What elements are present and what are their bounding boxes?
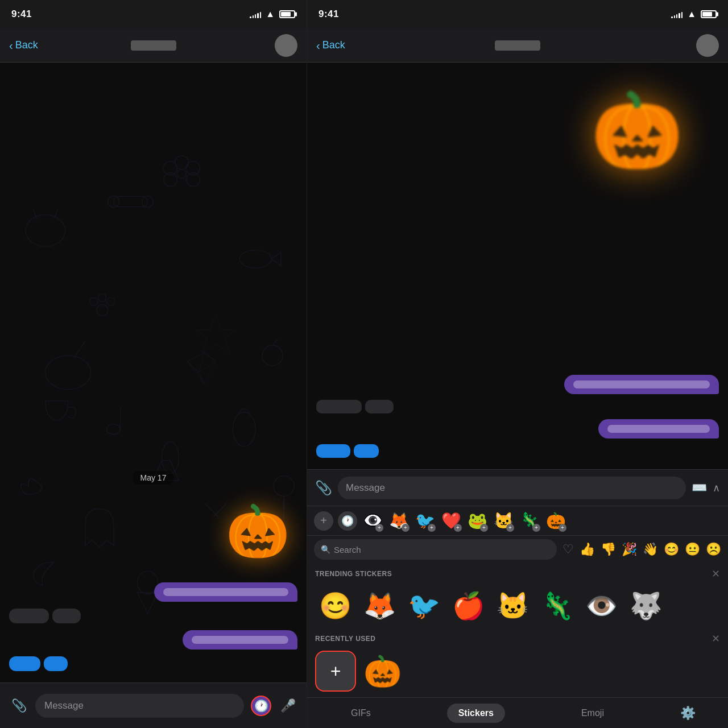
strip-sticker-7[interactable]: 🦎 +	[519, 510, 540, 532]
right-status-bar: 9:41 ▲	[307, 0, 728, 28]
svg-point-17	[107, 424, 121, 435]
right-back-label: Back	[322, 39, 345, 51]
svg-point-0	[26, 215, 65, 247]
svg-point-23	[233, 412, 255, 446]
recent-emoji-button[interactable]: 🕐	[338, 511, 357, 531]
add-emoji-button[interactable]: +	[314, 511, 333, 531]
trending-close-button[interactable]: ✕	[712, 568, 720, 580]
strip-sticker-6-add: +	[506, 524, 514, 532]
left-time: 9:41	[11, 9, 32, 20]
right-back-chevron-icon: ‹	[316, 40, 320, 51]
add-sticker-button[interactable]: +	[315, 651, 356, 692]
signal-icon	[250, 10, 261, 18]
outgoing-message-2	[183, 630, 297, 650]
recently-used-close-button[interactable]: ✕	[712, 632, 720, 645]
left-panel: 9:41 ▲ ‹ Back	[0, 0, 307, 728]
left-status-bar: 9:41 ▲	[0, 0, 307, 28]
sad-reaction-icon[interactable]: ☹️	[706, 542, 721, 557]
strip-sticker-8[interactable]: 🎃 +	[545, 510, 566, 532]
strip-sticker-3[interactable]: 🐦 +	[414, 510, 436, 532]
right-battery-icon	[701, 10, 717, 18]
svg-point-14	[46, 355, 91, 390]
svg-line-20	[272, 338, 278, 345]
incoming-blobs	[9, 609, 81, 623]
strip-sticker-2[interactable]: 🦊 +	[388, 510, 410, 532]
trending-sticker-6[interactable]: 🦎	[537, 586, 577, 626]
svg-marker-16	[196, 316, 235, 353]
trending-sticker-3[interactable]: 🐦	[404, 586, 444, 626]
smile-reaction-icon[interactable]: 😊	[664, 542, 679, 557]
strip-sticker-1[interactable]: 👁️‍🗨️ +	[362, 510, 383, 532]
recently-used-row: + 🎃	[315, 651, 720, 692]
search-icon: 🔍	[321, 545, 330, 554]
picker-settings-button[interactable]: ⚙️	[680, 706, 696, 721]
left-back-button[interactable]: ‹ Back	[9, 39, 38, 51]
right-panel: 9:41 ▲ ‹ Back	[307, 0, 728, 728]
right-sticker-emoji: 🎃	[591, 88, 683, 174]
svg-line-15	[74, 341, 85, 358]
strip-sticker-4-add: +	[454, 524, 462, 532]
svg-point-6	[177, 169, 186, 179]
trending-sticker-1[interactable]: 😊	[315, 586, 355, 626]
svg-marker-35	[187, 361, 204, 384]
strip-sticker-5[interactable]: 🐸 +	[466, 510, 488, 532]
tab-emoji[interactable]: Emoji	[570, 704, 615, 723]
svg-point-12	[239, 250, 271, 268]
battery-icon	[279, 10, 295, 18]
strip-sticker-7-add: +	[532, 524, 540, 532]
right-message-placeholder: Message	[346, 482, 385, 494]
emoji-strip: + 🕐 👁️‍🗨️ + 🦊 + 🐦 + ❤️ + 🐸 +	[307, 506, 728, 536]
thumbs-down-reaction-icon[interactable]: 👎	[601, 542, 616, 557]
right-attach-button[interactable]: 📎	[315, 480, 332, 496]
party-reaction-icon[interactable]: 🎉	[622, 542, 637, 557]
outgoing-message-1	[154, 582, 297, 602]
strip-sticker-6[interactable]: 🐱 +	[493, 510, 514, 532]
message-input[interactable]: Message	[35, 694, 244, 718]
emoji-sticker-button[interactable]: 🕐	[251, 696, 271, 716]
trending-sticker-7[interactable]: 👁️	[581, 586, 621, 626]
thumbs-up-reaction-icon[interactable]: 👍	[580, 542, 595, 557]
right-incoming-bottom	[316, 444, 719, 458]
tab-stickers[interactable]: Stickers	[447, 704, 505, 723]
tab-gifs[interactable]: GIFs	[340, 704, 382, 723]
neutral-reaction-icon[interactable]: 😐	[685, 542, 700, 557]
search-bar[interactable]: 🔍 Search	[314, 539, 557, 560]
right-time: 9:41	[318, 9, 339, 20]
picker-bottom-tabs: GIFs Stickers Emoji ⚙️	[307, 697, 728, 728]
svg-point-29	[90, 297, 98, 305]
right-avatar[interactable]	[696, 34, 719, 57]
recent-sticker-1[interactable]: 🎃	[362, 651, 403, 692]
sticker-picker: + 🕐 👁️‍🗨️ + 🦊 + 🐦 + ❤️ + 🐸 +	[307, 506, 728, 728]
trending-stickers-section: TRENDING STICKERS ✕ 😊 🦊 🐦 🍎 🐱 🦎 👁️ 🐺	[307, 563, 728, 630]
left-messages: May 17 🎃	[0, 460, 307, 682]
mic-button[interactable]: 🎤	[278, 696, 297, 715]
left-avatar[interactable]	[275, 34, 297, 57]
attach-button[interactable]: 📎	[9, 696, 28, 715]
search-row: 🔍 Search ♡ 👍 👎 🎉 👋 😊 😐 ☹️	[307, 536, 728, 563]
recently-used-header: RECENTLY USED ✕	[315, 632, 720, 645]
right-message-input[interactable]: Message	[338, 477, 686, 499]
search-placeholder-text: Search	[334, 545, 361, 555]
right-username-blur	[495, 40, 540, 51]
trending-sticker-4[interactable]: 🍎	[448, 586, 488, 626]
left-back-label: Back	[15, 39, 38, 51]
add-icon: +	[320, 514, 327, 527]
date-divider: May 17	[133, 471, 175, 485]
right-outgoing-2	[598, 419, 719, 439]
heart-reaction-icon[interactable]: ♡	[562, 542, 574, 557]
sticker-emoji-icon: 🎃	[226, 502, 289, 561]
right-back-button[interactable]: ‹ Back	[316, 39, 345, 51]
left-status-icons: ▲	[250, 9, 295, 19]
trending-sticker-8[interactable]: 🐺	[626, 586, 665, 626]
right-chat-area: 🎃	[307, 63, 728, 469]
incoming-message-bottom	[9, 656, 68, 671]
trending-sticker-2[interactable]: 🦊	[359, 586, 399, 626]
trending-sticker-5[interactable]: 🐱	[493, 586, 532, 626]
right-incoming-blobs	[316, 400, 719, 413]
strip-sticker-4[interactable]: ❤️ +	[440, 510, 462, 532]
right-sticker-region: 🎃	[580, 74, 694, 188]
recently-used-section: RECENTLY USED ✕ + 🎃	[307, 630, 728, 697]
right-chevron-button[interactable]: ∧	[713, 482, 720, 494]
wave-reaction-icon[interactable]: 👋	[643, 542, 658, 557]
right-keyboard-button[interactable]: ⌨️	[692, 481, 707, 495]
